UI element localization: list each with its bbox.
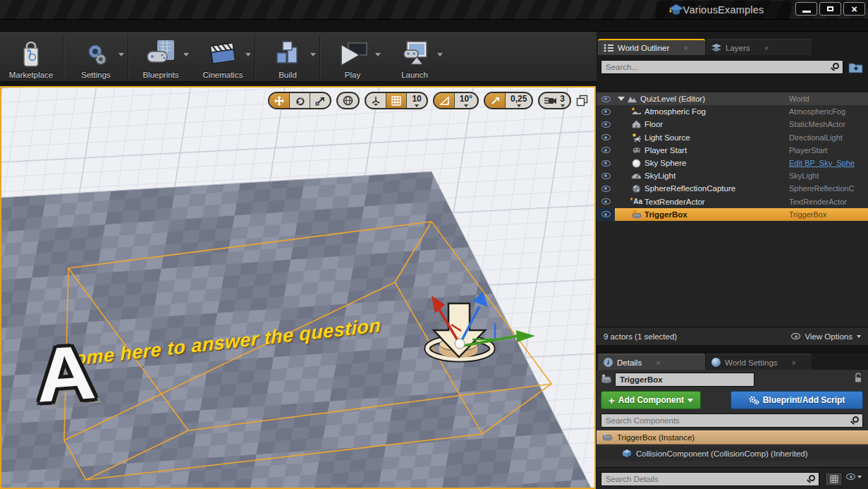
settings-button[interactable]: Settings bbox=[65, 32, 127, 81]
outliner-search-input[interactable] bbox=[601, 60, 843, 74]
details-search-bar bbox=[597, 467, 868, 489]
surface-snap-button[interactable] bbox=[366, 93, 386, 108]
details-search-input[interactable] bbox=[601, 472, 819, 486]
build-button[interactable]: Build bbox=[257, 32, 319, 81]
rotation-snap-size: 10° bbox=[460, 95, 472, 103]
world-settings-globe-icon bbox=[711, 358, 721, 367]
outliner-row-atmospheric-fog[interactable]: Atmospheric Fog AtmosphericFog bbox=[597, 105, 868, 118]
viewport-maximize-button[interactable] bbox=[576, 95, 589, 107]
outliner-row-quizlevel[interactable]: QuizLevel (Editor) World bbox=[597, 92, 868, 105]
rotation-snap-value[interactable]: 10° bbox=[455, 93, 477, 108]
play-button[interactable]: Play bbox=[322, 32, 384, 81]
lock-icon[interactable] bbox=[854, 373, 862, 383]
visibility-toggle[interactable] bbox=[597, 96, 615, 102]
visibility-toggle[interactable] bbox=[597, 109, 615, 115]
outliner-row-player-start[interactable]: Player Start PlayerStart bbox=[597, 144, 868, 157]
visibility-toggle[interactable] bbox=[597, 134, 615, 140]
settings-dropdown-caret[interactable] bbox=[118, 53, 124, 56]
launch-dropdown-caret[interactable] bbox=[437, 53, 443, 56]
visibility-toggle[interactable] bbox=[597, 147, 615, 153]
cinematics-button[interactable]: Cinematics bbox=[192, 32, 254, 81]
close-tab-icon[interactable]: × bbox=[792, 358, 796, 367]
marketplace-label: Marketplace bbox=[9, 71, 54, 79]
scale-tool-button[interactable] bbox=[310, 93, 330, 108]
outliner-row-text-render[interactable]: Aa TextRenderActor TextRenderActor bbox=[597, 195, 868, 208]
outliner-row-floor[interactable]: Floor StaticMeshActor bbox=[597, 118, 868, 131]
sky-sphere-icon bbox=[630, 159, 642, 168]
grid-snap-toggle[interactable] bbox=[386, 93, 407, 108]
trigger-box-icon bbox=[602, 433, 613, 443]
outliner-tabbar: World Outliner × Layers × bbox=[598, 39, 867, 55]
property-matrix-button[interactable] bbox=[825, 472, 843, 486]
transform-gizmo-layer bbox=[1, 87, 594, 488]
launch-button[interactable]: Launch bbox=[384, 32, 446, 81]
camera-speed-button[interactable]: 3 bbox=[539, 93, 570, 108]
window-controls: × bbox=[795, 2, 865, 16]
blueprints-icon bbox=[145, 37, 177, 70]
close-tab-icon[interactable]: × bbox=[656, 358, 660, 367]
scale-snap-value[interactable]: 0,25 bbox=[506, 93, 532, 108]
visibility-toggle[interactable] bbox=[597, 198, 615, 205]
outliner-row-light-source[interactable]: Light Source DirectionalLight bbox=[597, 131, 868, 144]
blueprints-dropdown-caret[interactable] bbox=[183, 53, 189, 56]
play-dropdown-caret[interactable] bbox=[375, 53, 381, 56]
close-tab-icon[interactable]: × bbox=[764, 44, 769, 52]
outliner-row-triggerbox-selected[interactable]: TriggerBox TriggerBox bbox=[597, 208, 868, 221]
rotation-snap-group: 10° bbox=[433, 92, 479, 109]
new-folder-icon[interactable] bbox=[848, 60, 864, 74]
marketplace-button[interactable]: Marketplace bbox=[0, 32, 62, 81]
title-bar[interactable]: VariousExamples × bbox=[0, 0, 868, 20]
component-row-triggerbox-instance[interactable]: TriggerBox (Instance) bbox=[597, 430, 868, 445]
visibility-toggle[interactable] bbox=[597, 173, 615, 179]
visibility-toggle[interactable] bbox=[597, 121, 615, 128]
play-icon bbox=[336, 37, 369, 70]
panel-divider bbox=[597, 345, 868, 354]
tab-details[interactable]: i Details × bbox=[598, 354, 705, 370]
view-options-button[interactable]: View Options bbox=[791, 332, 861, 341]
scale-snap-toggle[interactable] bbox=[485, 93, 506, 108]
add-component-button[interactable]: + Add Component bbox=[601, 391, 701, 409]
level-viewport[interactable]: Come here to answer the question A bbox=[0, 86, 596, 489]
outliner-row-skylight[interactable]: SkyLight SkyLight bbox=[597, 169, 868, 182]
component-row-collision[interactable]: CollisionComponent (CollisionComp) (Inhe… bbox=[597, 447, 868, 461]
eye-icon bbox=[601, 109, 611, 115]
edit-blueprint-link[interactable]: Edit BP_Sky_Sphe bbox=[789, 159, 868, 167]
blueprint-add-script-button[interactable]: Blueprint/Add Script bbox=[731, 391, 863, 409]
minimize-button[interactable] bbox=[795, 2, 817, 16]
tab-world-outliner[interactable]: World Outliner × bbox=[598, 39, 705, 55]
chevron-down-icon bbox=[857, 335, 861, 338]
static-mesh-icon bbox=[630, 120, 642, 128]
close-tab-icon[interactable]: × bbox=[683, 44, 687, 52]
cinematics-dropdown-caret[interactable] bbox=[245, 53, 251, 56]
visibility-toggle[interactable] bbox=[597, 160, 615, 167]
visibility-toggle[interactable] bbox=[597, 208, 615, 221]
world-local-toggle[interactable] bbox=[338, 93, 358, 108]
blueprints-button[interactable]: Blueprints bbox=[130, 32, 192, 81]
scale-snap-arrow-icon bbox=[490, 96, 500, 106]
visibility-toggle[interactable] bbox=[597, 186, 615, 192]
eye-icon bbox=[601, 134, 611, 140]
restore-button[interactable] bbox=[819, 2, 841, 16]
tab-world-settings[interactable]: World Settings × bbox=[706, 354, 812, 370]
rotate-tool-button[interactable] bbox=[290, 93, 310, 108]
move-tool-button[interactable] bbox=[269, 93, 290, 108]
grid-snap-value[interactable]: 10 bbox=[407, 93, 426, 108]
display-filter-button[interactable] bbox=[846, 473, 862, 480]
chevron-down-icon bbox=[415, 104, 419, 107]
outliner-row-sphere-reflection[interactable]: SphereReflectionCapture SphereReflection… bbox=[597, 182, 868, 195]
build-dropdown-caret[interactable] bbox=[310, 53, 316, 56]
gear-icon bbox=[80, 37, 112, 70]
tab-layers[interactable]: Layers × bbox=[706, 39, 812, 55]
components-search-input[interactable] bbox=[601, 413, 863, 428]
expander-icon[interactable] bbox=[618, 97, 625, 101]
layers-icon bbox=[711, 44, 721, 52]
close-button[interactable]: × bbox=[843, 2, 865, 16]
details-panel-body: + Add Component Blueprint/Add Script Tri… bbox=[597, 370, 868, 489]
rotation-snap-toggle[interactable] bbox=[434, 93, 455, 108]
scale-snap-size: 0,25 bbox=[511, 95, 527, 103]
eye-icon bbox=[601, 121, 611, 128]
launch-icon bbox=[398, 37, 431, 70]
actor-name-field[interactable] bbox=[615, 373, 754, 387]
outliner-row-sky-sphere[interactable]: Sky Sphere Edit BP_Sky_Sphe bbox=[597, 157, 868, 169]
blueprints-label: Blueprints bbox=[142, 71, 178, 79]
